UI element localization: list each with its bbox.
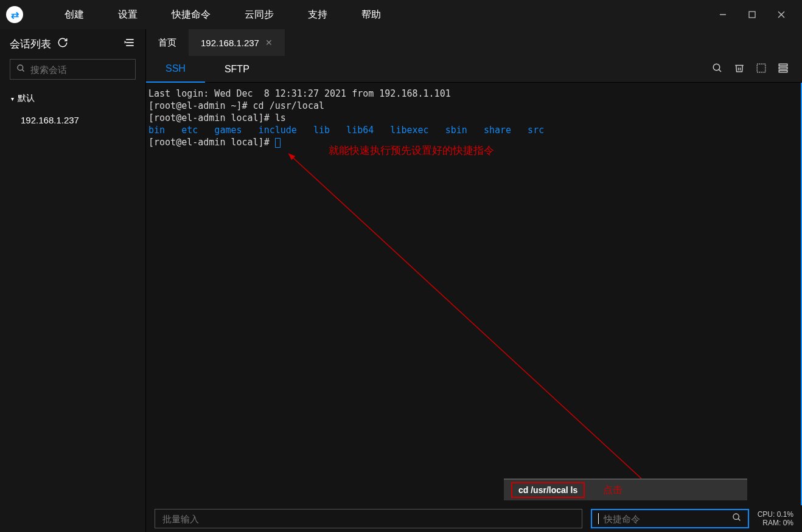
cpu-label: CPU: 0.1% [758, 510, 793, 519]
chevron-down-icon: ▾ [11, 95, 14, 102]
svg-point-16 [733, 514, 739, 519]
text-cursor-icon [598, 513, 599, 524]
subtab-ssh[interactable]: SSH [146, 56, 205, 83]
svg-rect-11 [757, 64, 765, 72]
svg-point-9 [713, 64, 720, 71]
collapse-sidebar-icon[interactable] [124, 36, 136, 52]
close-button[interactable] [767, 0, 796, 29]
sidebar-group-default[interactable]: ▾ 默认 [0, 87, 145, 110]
quick-command-input[interactable] [604, 514, 727, 524]
menu-help[interactable]: 帮助 [344, 9, 398, 21]
sidebar: 会话列表 ▾ 默认 192.168.1.237 [0, 29, 146, 532]
search-icon [16, 64, 26, 75]
subtabs-row: SSH SFTP [146, 56, 802, 83]
tab-close-icon[interactable]: ✕ [265, 38, 273, 47]
shortcut-command-button[interactable]: cd /usr/local ls [511, 482, 585, 498]
menu-settings[interactable]: 设置 [101, 9, 155, 21]
svg-rect-13 [779, 67, 787, 69]
batch-input-container[interactable] [155, 509, 582, 528]
sidebar-title: 会话列表 [10, 37, 51, 51]
sidebar-search-input[interactable] [30, 64, 146, 75]
tabs-row: 首页 192.168.1.237 ✕ [146, 29, 802, 56]
sidebar-header: 会话列表 [0, 29, 145, 59]
app-logo-icon: ⇄ [6, 6, 23, 23]
batch-input[interactable] [162, 514, 574, 524]
shortcut-popup: cd /usr/local ls 点击 [504, 478, 747, 500]
menu-shortcut[interactable]: 快捷命令 [155, 9, 228, 21]
main-area: 首页 192.168.1.237 ✕ SSH SFTP [146, 29, 802, 532]
cursor-icon [275, 138, 281, 148]
menu-cloudsync[interactable]: 云同步 [228, 9, 291, 21]
svg-line-8 [22, 69, 24, 71]
menu-create[interactable]: 创建 [47, 9, 101, 21]
search-icon[interactable] [732, 513, 742, 525]
svg-rect-14 [779, 70, 787, 72]
window-controls [708, 0, 796, 29]
svg-line-17 [738, 519, 740, 520]
bottom-bar: CPU: 0.1% RAM: 0% [146, 505, 802, 532]
stats: CPU: 0.1% RAM: 0% [758, 510, 793, 527]
quick-command-container[interactable] [591, 509, 749, 528]
svg-point-7 [18, 65, 23, 71]
menubar: ⇄ 创建 设置 快捷命令 云同步 支持 帮助 [0, 0, 802, 29]
minimize-button[interactable] [708, 0, 737, 29]
grid-icon[interactable] [756, 63, 767, 76]
search-terminal-icon[interactable] [712, 63, 723, 76]
svg-rect-1 [749, 12, 755, 18]
annotation-text: 就能快速执行预先设置好的快捷指令 [329, 145, 494, 157]
trash-icon[interactable] [734, 63, 745, 76]
annotation-arrow-icon [286, 151, 663, 491]
refresh-icon[interactable] [57, 37, 68, 51]
terminal-dirs: bin etc games include lib lib64 libexec … [148, 124, 798, 136]
subtab-sftp[interactable]: SFTP [205, 56, 269, 83]
maximize-button[interactable] [737, 0, 767, 29]
sidebar-item-session[interactable]: 192.168.1.237 [0, 110, 145, 130]
ram-label: RAM: 0% [758, 519, 793, 527]
svg-line-15 [292, 157, 642, 479]
sidebar-search[interactable] [10, 59, 136, 80]
tab-home[interactable]: 首页 [146, 29, 189, 56]
terminal-line: [root@el-admin local]# ls [148, 112, 798, 124]
tab-session[interactable]: 192.168.1.237 ✕ [189, 29, 285, 56]
terminal-line: Last login: Wed Dec 8 12:31:27 2021 from… [148, 88, 798, 100]
layout-icon[interactable] [778, 63, 789, 76]
annotation-click-label: 点击 [603, 484, 622, 497]
menu-support[interactable]: 支持 [291, 9, 344, 21]
svg-rect-12 [779, 64, 787, 66]
svg-line-10 [719, 69, 721, 72]
terminal[interactable]: Last login: Wed Dec 8 12:31:27 2021 from… [146, 83, 802, 505]
terminal-line: [root@el-admin ~]# cd /usr/local [148, 100, 798, 112]
